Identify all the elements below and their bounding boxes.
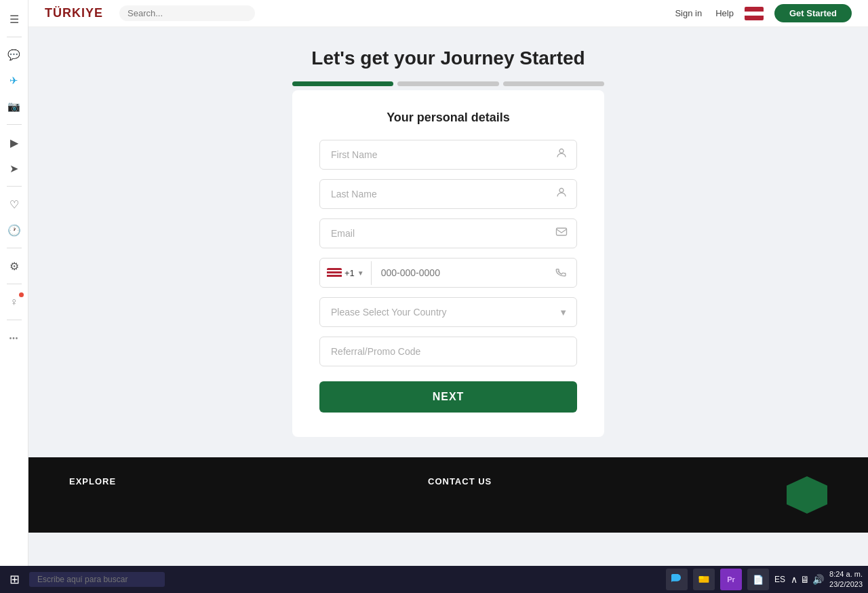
first-name-input[interactable] [319,140,577,170]
more-icon[interactable]: ••• [3,327,25,349]
footer-contact-heading: CONTACT US [428,476,746,486]
header: TÜRKIYE Sign in Help Get Started [28,0,868,27]
taskbar-premiere-icon[interactable]: Pr [720,569,742,590]
taskbar-system-icons: ∧ 🖥 🔊 [791,574,824,585]
play-icon[interactable]: ▶ [3,132,25,153]
signin-link[interactable]: Sign in [675,8,702,18]
footer-explore-heading: EXPLORE [69,476,387,486]
taskbar-volume-icon[interactable]: 🔊 [812,574,824,585]
phone-country-code: +1 [344,268,355,278]
instagram-icon[interactable]: 📷 [3,96,25,117]
country-field-wrap: Please Select Your Country United States… [319,297,577,327]
phone-country-selector[interactable]: +1 ▼ [320,261,372,285]
progress-step-1 [292,81,393,86]
form-card: Your personal details [292,90,604,437]
sidebar-divider-4 [7,248,22,248]
footer-explore: EXPLORE [69,476,387,514]
footer-logo [787,476,827,514]
taskbar-search-input[interactable] [29,572,165,587]
page-title: Let's get your Journey Started [311,47,585,69]
promo-input[interactable] [319,337,577,366]
help-link[interactable]: Help [715,8,734,18]
last-name-field-wrap [319,179,577,209]
progress-bar [292,81,604,86]
email-input[interactable] [319,218,577,248]
last-name-input[interactable] [319,179,577,209]
progress-steps [292,81,604,86]
footer-logo-shape [787,476,827,514]
taskbar-monitor-icon[interactable]: 🖥 [800,574,810,585]
country-select[interactable]: Please Select Your Country United States… [319,297,577,327]
phone-input[interactable] [372,259,555,287]
phone-icon [555,265,567,281]
sidebar-divider-6 [7,320,22,320]
history-icon[interactable]: 🕐 [3,219,25,241]
taskbar-explorer-icon[interactable] [693,569,715,590]
taskbar-file-icon[interactable]: 📄 [747,569,769,590]
taskbar-clock: 8:24 a. m. 23/2/2023 [829,569,863,590]
header-nav: Sign in Help [675,8,734,18]
telegram-icon[interactable]: ✈ [3,70,25,92]
promo-field-wrap [319,337,577,366]
taskbar: ⊞ Pr 📄 ES ∧ 🖥 🔊 8:24 a. m. 23/2/2023 [0,566,868,593]
taskbar-chevron-icon[interactable]: ∧ [791,574,797,585]
settings-icon[interactable]: ⚙ [3,255,25,277]
progress-step-3 [503,81,604,86]
main-content: TÜRKIYE Sign in Help Get Started Let's g… [28,0,868,593]
us-flag-icon [327,268,342,278]
menu-icon[interactable]: ☰ [3,8,25,30]
taskbar-edge-icon[interactable] [666,569,688,590]
footer-contact: CONTACT US [428,476,746,514]
flag-icon[interactable] [745,7,764,20]
progress-and-card: Your personal details [292,81,604,437]
logo: TÜRKIYE [45,6,103,20]
progress-step-2 [397,81,498,86]
page-area: Let's get your Journey Started Your pers… [292,47,604,437]
messenger-icon[interactable]: 💬 [3,44,25,66]
taskbar-tray: ES ∧ 🖥 🔊 8:24 a. m. 23/2/2023 [774,569,863,590]
svg-rect-4 [699,576,704,579]
phone-chevron-icon: ▼ [357,269,364,277]
taskbar-language[interactable]: ES [774,575,785,584]
get-started-button[interactable]: Get Started [774,4,852,22]
email-field-wrap [319,218,577,248]
form-subtitle: Your personal details [319,111,577,125]
phone-field-wrap: +1 ▼ [319,258,577,288]
heart-icon[interactable]: ♡ [3,193,25,215]
notification-icon[interactable]: ♀ [3,291,25,313]
send-icon[interactable]: ➤ [3,157,25,179]
sidebar-divider-3 [7,186,22,187]
sidebar-divider-2 [7,124,22,125]
taskbar-time-display: 8:24 a. m. [829,569,863,579]
sidebar-divider-5 [7,284,22,284]
footer: EXPLORE CONTACT US [28,457,868,533]
taskbar-date-display: 23/2/2023 [829,579,863,590]
page-body: Let's get your Journey Started Your pers… [28,27,868,593]
next-button[interactable]: NEXT [319,381,577,413]
first-name-field-wrap [319,140,577,170]
header-search-input[interactable] [119,5,255,21]
sidebar: ☰ 💬 ✈ 📷 ▶ ➤ ♡ 🕐 ⚙ ♀ ••• [0,0,28,593]
sidebar-divider-1 [7,37,22,37]
start-button[interactable]: ⊞ [5,569,24,590]
